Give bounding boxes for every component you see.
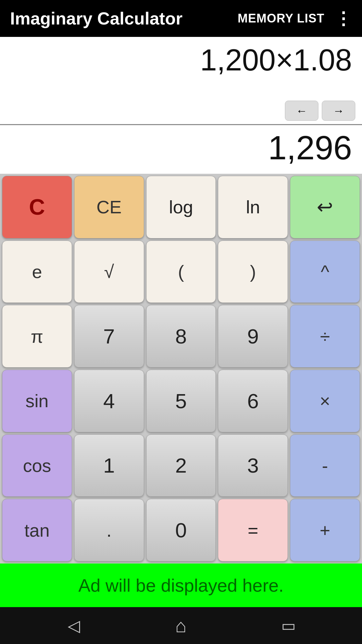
key-sqrt[interactable]: √ xyxy=(74,240,144,303)
ad-banner: Ad will be displayed here. xyxy=(0,564,362,607)
cursor-right-button[interactable]: → xyxy=(322,101,355,121)
more-menu-button[interactable]: ⋮ xyxy=(335,10,352,27)
nav-back-button[interactable]: ◁ xyxy=(60,612,87,639)
key-0[interactable]: 0 xyxy=(146,499,216,561)
key-clear-entry[interactable]: CE xyxy=(74,176,144,238)
key-minus[interactable]: - xyxy=(290,434,360,497)
key-undo[interactable]: ↩ xyxy=(290,176,360,238)
key-equals[interactable]: = xyxy=(218,499,288,561)
expression-text: 1,200×1.08 xyxy=(200,44,352,77)
key-6[interactable]: 6 xyxy=(218,370,288,432)
key-2[interactable]: 2 xyxy=(146,434,216,497)
expression-display: 1,200×1.08 xyxy=(0,37,362,97)
key-log[interactable]: log xyxy=(146,176,216,238)
key-lparen[interactable]: ( xyxy=(146,240,216,303)
recents-icon: ▭ xyxy=(281,616,296,635)
key-plus[interactable]: + xyxy=(290,499,360,561)
memory-list-button[interactable]: MEMORY LIST xyxy=(238,11,324,25)
key-euler[interactable]: e xyxy=(2,240,72,303)
app-header: Imaginary Calculator MEMORY LIST ⋮ xyxy=(0,0,362,37)
key-clear[interactable]: C xyxy=(2,176,72,238)
result-display: 1,296 xyxy=(0,125,362,174)
display-area: 1,200×1.08 ← → 1,296 xyxy=(0,37,362,174)
key-3[interactable]: 3 xyxy=(218,434,288,497)
key-ln[interactable]: ln xyxy=(218,176,288,238)
header-actions: MEMORY LIST ⋮ xyxy=(238,10,352,27)
key-power[interactable]: ^ xyxy=(290,240,360,303)
key-multiply[interactable]: × xyxy=(290,370,360,432)
home-icon: ⌂ xyxy=(175,615,187,637)
key-rparen[interactable]: ) xyxy=(218,240,288,303)
ad-text: Ad will be displayed here. xyxy=(78,575,284,596)
key-cos[interactable]: cos xyxy=(2,434,72,497)
key-7[interactable]: 7 xyxy=(74,305,144,368)
cursor-left-button[interactable]: ← xyxy=(285,101,318,121)
key-9[interactable]: 9 xyxy=(218,305,288,368)
key-dot[interactable]: . xyxy=(74,499,144,561)
key-4[interactable]: 4 xyxy=(74,370,144,432)
key-8[interactable]: 8 xyxy=(146,305,216,368)
key-1[interactable]: 1 xyxy=(74,434,144,497)
result-text: 1,296 xyxy=(268,128,352,167)
key-tan[interactable]: tan xyxy=(2,499,72,561)
navigation-bar: ◁ ⌂ ▭ xyxy=(0,607,362,644)
nav-home-button[interactable]: ⌂ xyxy=(168,612,194,639)
key-sin[interactable]: sin xyxy=(2,370,72,432)
keypad: CCElogln↩e√()^π789÷sin456×cos123-tan.0=+ xyxy=(0,174,362,564)
cursor-buttons: ← → xyxy=(0,97,362,124)
key-divide[interactable]: ÷ xyxy=(290,305,360,368)
app-title: Imaginary Calculator xyxy=(10,8,182,29)
key-5[interactable]: 5 xyxy=(146,370,216,432)
key-pi[interactable]: π xyxy=(2,305,72,368)
back-icon: ◁ xyxy=(68,616,80,635)
nav-recents-button[interactable]: ▭ xyxy=(275,612,302,639)
